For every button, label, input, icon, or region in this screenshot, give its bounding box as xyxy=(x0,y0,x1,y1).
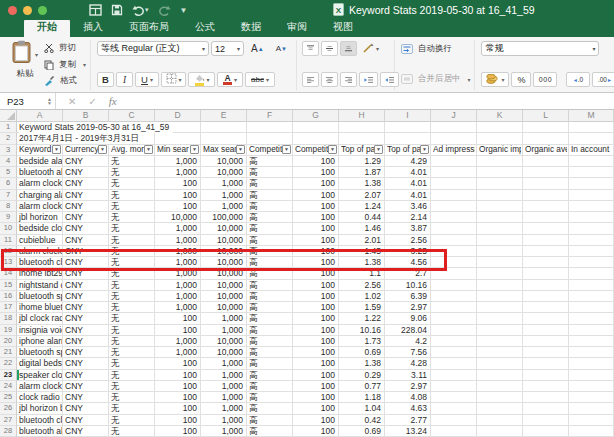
cell[interactable] xyxy=(569,257,614,268)
cell[interactable]: bluetooth cl xyxy=(17,415,63,426)
fill-color-button[interactable]: ▾ xyxy=(188,72,215,87)
cell[interactable]: 无 xyxy=(109,358,155,369)
row-number-3[interactable]: 3 xyxy=(0,145,17,156)
underline-button[interactable]: U▾ xyxy=(135,72,159,87)
row-number-28[interactable]: 28 xyxy=(0,426,17,437)
align-top-button[interactable] xyxy=(302,41,319,56)
cell[interactable] xyxy=(523,133,569,144)
row-number-4[interactable]: 4 xyxy=(0,156,17,167)
column-header-f[interactable]: F xyxy=(247,110,293,122)
cell[interactable] xyxy=(523,246,569,257)
cell[interactable] xyxy=(569,190,614,201)
cell[interactable]: Top of pa▼ xyxy=(339,145,385,156)
row-number-17[interactable]: 17 xyxy=(0,302,17,313)
cell[interactable]: 1,000 xyxy=(201,201,247,212)
cell[interactable] xyxy=(431,133,477,144)
row-number-10[interactable]: 10 xyxy=(0,223,17,234)
cell[interactable]: CNY xyxy=(63,313,109,324)
cell[interactable]: 无 xyxy=(109,268,155,279)
cell[interactable]: 高 xyxy=(247,223,293,234)
cell[interactable]: CNY xyxy=(63,190,109,201)
cell[interactable] xyxy=(339,133,385,144)
cell[interactable]: CNY xyxy=(63,336,109,347)
column-header-e[interactable]: E xyxy=(201,110,247,122)
cell[interactable]: 3.87 xyxy=(385,223,431,234)
cell[interactable]: 0.77 xyxy=(339,381,385,392)
cell[interactable] xyxy=(523,122,569,133)
number-format-select[interactable]: 常规▾ xyxy=(481,41,599,56)
cell[interactable]: 10,000 xyxy=(201,246,247,257)
cell[interactable]: 1.73 xyxy=(339,336,385,347)
cell[interactable] xyxy=(569,302,614,313)
cell[interactable] xyxy=(523,167,569,178)
cell[interactable]: CNY xyxy=(63,280,109,291)
text-orientation-button[interactable]: ▾ xyxy=(359,41,383,56)
cell[interactable]: jbl horizon xyxy=(17,212,63,223)
cell[interactable] xyxy=(431,268,477,279)
cell[interactable]: Keyword Stats 2019-05-30 at 16_41_59 xyxy=(17,122,63,133)
cell[interactable]: insignia voic xyxy=(17,325,63,336)
cell[interactable]: CNY xyxy=(63,291,109,302)
cell[interactable]: 3.25 xyxy=(385,246,431,257)
cell[interactable] xyxy=(523,358,569,369)
toolbar-grid-icon[interactable] xyxy=(89,4,102,16)
cell[interactable]: 100 xyxy=(293,167,339,178)
cell[interactable]: Max sear▼ xyxy=(201,145,247,156)
cell[interactable] xyxy=(477,257,523,268)
cell[interactable]: Competit▼ xyxy=(247,145,293,156)
close-window-button[interactable] xyxy=(8,6,17,15)
cell[interactable]: 2.56 xyxy=(339,280,385,291)
cell[interactable]: 4.08 xyxy=(385,392,431,403)
cell[interactable]: 10.16 xyxy=(385,280,431,291)
cell[interactable] xyxy=(523,201,569,212)
cell[interactable]: 1,000 xyxy=(155,302,201,313)
cell[interactable]: 10,000 xyxy=(201,291,247,302)
increase-decimal-button[interactable]: ◂.0 xyxy=(566,72,590,87)
cell[interactable]: 高 xyxy=(247,403,293,414)
cell[interactable]: 2.97 xyxy=(385,302,431,313)
cell[interactable]: 100 xyxy=(293,358,339,369)
cell[interactable]: Competit▼ xyxy=(293,145,339,156)
row-number-1[interactable]: 1 xyxy=(0,122,17,133)
filter-dropdown-button[interactable]: ▼ xyxy=(98,145,107,154)
cell[interactable] xyxy=(431,156,477,167)
tab-view[interactable]: 视图 xyxy=(320,18,366,37)
cell[interactable] xyxy=(477,246,523,257)
cell[interactable]: 4.29 xyxy=(385,156,431,167)
cell[interactable]: 100 xyxy=(155,403,201,414)
cell[interactable]: 2017年4月1日 - 2019年3月31日 xyxy=(17,133,63,144)
cell[interactable]: Currency▼ xyxy=(63,145,109,156)
cell[interactable]: 1,000 xyxy=(155,223,201,234)
cell[interactable]: 无 xyxy=(109,223,155,234)
cell[interactable]: 10,000 xyxy=(201,268,247,279)
cell[interactable]: 1.38 xyxy=(339,178,385,189)
cell[interactable] xyxy=(523,235,569,246)
cell[interactable]: 无 xyxy=(109,325,155,336)
cell[interactable]: alarm clock xyxy=(17,178,63,189)
cell[interactable]: CNY xyxy=(63,268,109,279)
cell[interactable]: 100 xyxy=(155,381,201,392)
cell[interactable]: 100 xyxy=(155,358,201,369)
cell[interactable]: jbl clock rad xyxy=(17,313,63,324)
cell[interactable] xyxy=(569,415,614,426)
cell[interactable]: 100 xyxy=(293,280,339,291)
row-number-15[interactable]: 15 xyxy=(0,280,17,291)
cell[interactable]: 1,000 xyxy=(201,190,247,201)
cell[interactable]: 9.06 xyxy=(385,313,431,324)
cell[interactable]: 0.44 xyxy=(339,212,385,223)
cell[interactable]: 无 xyxy=(109,257,155,268)
cell[interactable]: 2.77 xyxy=(385,415,431,426)
grow-font-button[interactable]: A▲ xyxy=(246,41,269,56)
cell[interactable] xyxy=(523,178,569,189)
cell[interactable]: 0.69 xyxy=(339,426,385,437)
cell[interactable] xyxy=(431,415,477,426)
cell[interactable] xyxy=(431,325,477,336)
cell[interactable] xyxy=(523,347,569,358)
cell[interactable]: Avg. mor▼ xyxy=(109,145,155,156)
cell[interactable] xyxy=(523,392,569,403)
cell[interactable] xyxy=(293,133,339,144)
cell[interactable]: 2.07 xyxy=(339,190,385,201)
cell[interactable]: CNY xyxy=(63,415,109,426)
cell[interactable] xyxy=(431,223,477,234)
cell[interactable]: CNY xyxy=(63,167,109,178)
